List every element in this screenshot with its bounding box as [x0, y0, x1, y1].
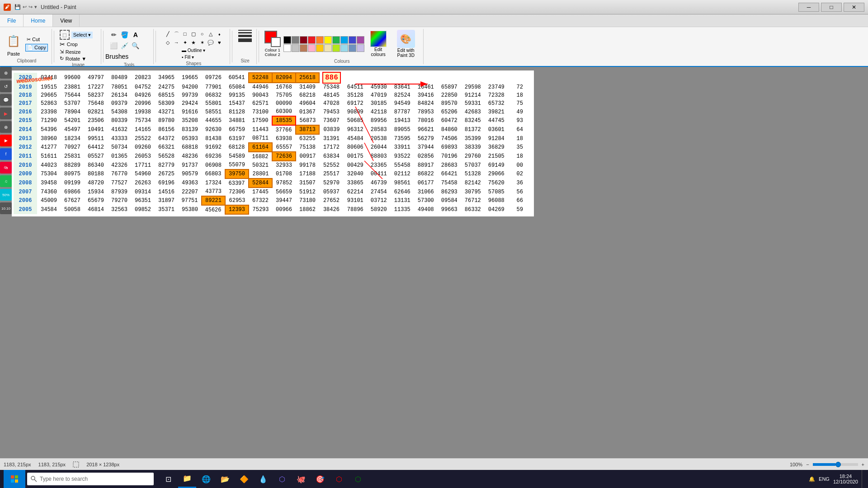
side-icon-8[interactable]: 🛍	[0, 162, 12, 174]
app6[interactable]: ⬡	[273, 470, 291, 488]
roundrect-shape[interactable]: ▢	[189, 30, 198, 38]
side-icon-11[interactable]: 10.10	[0, 202, 12, 214]
tab-view[interactable]: View	[53, 14, 80, 27]
select-button[interactable]: ⬚ Select ▾	[60, 30, 93, 40]
line-shape[interactable]: ╱	[164, 30, 172, 38]
undo-icon[interactable]: ↩	[23, 4, 27, 10]
fill-icon[interactable]: 🪣	[120, 30, 130, 40]
cut-button[interactable]: ✂ Cut	[25, 36, 48, 43]
year-cell[interactable]: 2010	[14, 161, 37, 169]
size-thick[interactable]	[238, 35, 252, 37]
side-icon-10[interactable]: 50%	[0, 189, 12, 201]
year-cell[interactable]: 2012	[14, 143, 37, 152]
color-yellow[interactable]	[324, 36, 332, 44]
color-orange[interactable]	[316, 36, 324, 44]
color-cream[interactable]	[324, 44, 332, 52]
ellipse-shape[interactable]: ○	[198, 30, 206, 38]
zoom-decrease[interactable]: −	[806, 462, 809, 467]
notification-icon[interactable]: 🔔	[809, 476, 815, 482]
dropbox-app[interactable]: 💧	[254, 470, 272, 488]
callout-shape[interactable]: 💬	[207, 38, 215, 47]
app8[interactable]: 🎯	[311, 470, 329, 488]
amazon-app[interactable]: 🔶	[235, 470, 253, 488]
taskview-button[interactable]: ⊡	[159, 470, 177, 488]
save-icon[interactable]: 💾	[14, 4, 21, 10]
year-cell[interactable]: 2016	[14, 108, 37, 116]
color-indigo[interactable]	[349, 36, 356, 44]
eraser-icon[interactable]: ⬜	[109, 41, 119, 51]
color-green[interactable]	[332, 36, 340, 44]
rotate-button[interactable]: ↻ Rotate ▼	[60, 56, 86, 61]
app9[interactable]: ⬡	[330, 470, 348, 488]
year-cell[interactable]: 2008	[14, 178, 37, 188]
side-icon-3[interactable]: 💬	[0, 94, 12, 106]
color-gray[interactable]	[292, 36, 299, 44]
color-red[interactable]	[308, 36, 316, 44]
year-cell[interactable]: 2020	[14, 73, 37, 83]
brush-icon[interactable]: Brushes	[109, 52, 125, 61]
github-app[interactable]: 🐙	[292, 470, 310, 488]
side-icon-1[interactable]: ⊕	[0, 67, 12, 79]
color-steelblue[interactable]	[349, 44, 356, 52]
triangle-shape[interactable]: △	[207, 30, 215, 38]
pencil-icon[interactable]: ✏	[109, 30, 119, 40]
color-white[interactable]	[283, 44, 291, 52]
close-button[interactable]: ✕	[844, 3, 864, 12]
color-lavender[interactable]	[357, 44, 364, 52]
year-cell[interactable]: 2018	[14, 91, 37, 99]
paste-button[interactable]: 📋 Paste	[5, 31, 22, 56]
side-icon-7[interactable]: f	[0, 148, 12, 160]
tab-file[interactable]: File	[0, 14, 24, 27]
side-icon-5[interactable]: ⊕	[0, 121, 12, 133]
app10[interactable]: ⬡	[349, 470, 367, 488]
fill-button[interactable]: ▪ Fill ▾	[181, 54, 206, 60]
color-purple[interactable]	[357, 36, 364, 44]
dropdown-icon[interactable]: ▾	[34, 4, 37, 10]
year-cell[interactable]: 2006	[14, 196, 37, 205]
edge-app[interactable]: 🌐	[197, 470, 215, 488]
edit-colors-button[interactable]: Edit colours	[367, 31, 390, 57]
year-cell[interactable]: 2013	[14, 134, 37, 143]
start-button[interactable]	[4, 470, 25, 488]
chevron-shape[interactable]: ⬧	[215, 30, 223, 38]
redo-icon[interactable]: ↪	[28, 4, 33, 10]
color-black[interactable]	[283, 36, 291, 44]
color-gold[interactable]	[316, 44, 324, 52]
star5-shape[interactable]: ★	[189, 38, 198, 47]
size-medium[interactable]	[238, 32, 252, 33]
year-cell[interactable]: 2014	[14, 125, 37, 134]
paint3d-button[interactable]: 🎨 Edit with Paint 3D	[392, 30, 420, 58]
size-xthick[interactable]	[238, 38, 252, 42]
minimize-button[interactable]: ─	[798, 3, 819, 12]
side-icon-2[interactable]: ↺	[0, 80, 12, 92]
resize-button[interactable]: ⇲ Resize	[60, 49, 81, 55]
color-pink[interactable]	[308, 44, 316, 52]
color-lime[interactable]	[332, 44, 340, 52]
colorpick-icon[interactable]: 💉	[120, 41, 130, 51]
side-icon-4[interactable]: ▶	[0, 108, 12, 119]
outline-button[interactable]: ▬ Outline ▾	[181, 47, 206, 53]
canvas-viewport[interactable]: webxoso.net 2020034189960049797804892082…	[12, 70, 864, 455]
side-icon-9[interactable]: ♫	[0, 175, 12, 187]
color-lightgray[interactable]	[292, 44, 299, 52]
arrow-shape[interactable]: →	[172, 38, 180, 47]
heart-shape[interactable]: ♥	[215, 38, 223, 47]
year-cell[interactable]: 2011	[14, 152, 37, 161]
zoom-increase[interactable]: +	[862, 462, 864, 467]
color2-swatch[interactable]	[271, 37, 281, 47]
star4-shape[interactable]: ✦	[181, 38, 189, 47]
zoom-thumb[interactable]	[835, 462, 841, 467]
year-cell[interactable]: 2017	[14, 99, 37, 108]
files-app[interactable]: 📂	[216, 470, 234, 488]
crop-button[interactable]: ✂ Crop	[60, 41, 78, 48]
year-cell[interactable]: 2019	[14, 83, 37, 91]
curve-shape[interactable]: ⌒	[172, 30, 180, 38]
color-darkred[interactable]	[300, 36, 307, 44]
year-cell[interactable]: 2009	[14, 169, 37, 178]
explorer-app[interactable]: 📁	[178, 470, 196, 488]
size-thin[interactable]	[238, 30, 252, 31]
text-icon[interactable]: A	[131, 30, 141, 40]
side-icon-6[interactable]: ▶	[0, 135, 12, 146]
year-cell[interactable]: 2015	[14, 116, 37, 125]
star6-shape[interactable]: ✶	[198, 38, 206, 47]
